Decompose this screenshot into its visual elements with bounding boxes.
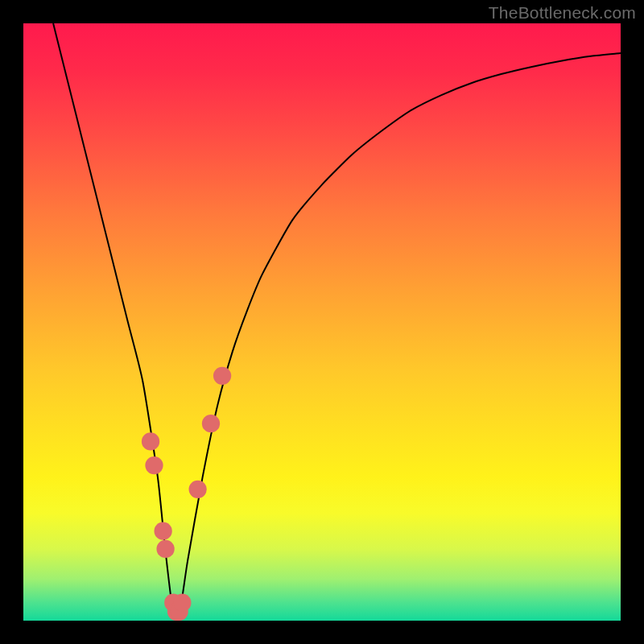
chart-frame: TheBottleneck.com — [0, 0, 644, 644]
chart-svg — [23, 23, 621, 621]
bottleneck-curve — [53, 23, 621, 613]
watermark-text: TheBottleneck.com — [489, 3, 636, 23]
markers-group — [137, 334, 231, 621]
marker-dot — [142, 432, 159, 450]
plot-area — [23, 23, 621, 621]
marker-dot — [156, 540, 174, 558]
marker-dot — [202, 415, 220, 432]
marker-dot — [173, 594, 191, 612]
marker-dot — [213, 367, 231, 385]
marker-dot — [155, 522, 172, 540]
marker-dot — [189, 481, 207, 498]
marker-capsule — [201, 441, 206, 471]
marker-dot — [145, 456, 163, 474]
